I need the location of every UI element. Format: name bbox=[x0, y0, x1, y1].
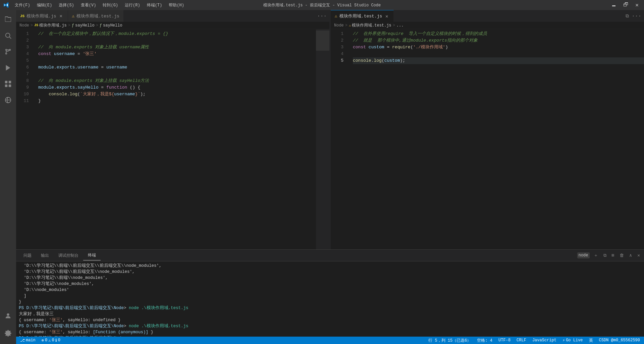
go-live-label: Go Live bbox=[566, 338, 583, 343]
right-code-line-4 bbox=[353, 51, 644, 57]
terminal-line-9: 大家好，我是张三 bbox=[19, 311, 641, 317]
terminal-line-3: 'D:\\学习笔记\\前端\\node_modules', bbox=[19, 275, 641, 281]
menu-file[interactable]: 文件(F) bbox=[12, 2, 33, 9]
terminal-chevron-up[interactable]: ∧ bbox=[628, 252, 633, 259]
terminal-tab-debug[interactable]: 调试控制台 bbox=[54, 251, 83, 260]
terminal-content[interactable]: 'D:\\学习笔记\\前端\\前后端交互\\前后端交互\\node_module… bbox=[16, 261, 644, 337]
split-editor-icon[interactable]: ⧉ bbox=[626, 13, 629, 19]
terminal-line-7: } bbox=[19, 299, 641, 305]
terminal-line-10: { username: '张三', sayHello: undefined } bbox=[19, 317, 641, 323]
code-line-11: } bbox=[38, 98, 329, 104]
terminal-split-icon[interactable]: ⧉ bbox=[602, 252, 608, 259]
source-control-icon[interactable] bbox=[0, 44, 16, 60]
breadcrumb-file-right: ⚠ 模块作用域.test.js bbox=[349, 22, 391, 28]
window-title: 模块作用域.test.js - 前后端交互 - Visual Studio Co… bbox=[263, 2, 381, 8]
terminal-line-5: 'D:\\node_modules' bbox=[19, 287, 641, 293]
left-editor-panel: JS 模块作用域.js ✕ ⚠ 模块作用域.test.js ··· Node > bbox=[16, 10, 329, 249]
right-line-numbers: 1 2 3 4 5 bbox=[331, 29, 347, 64]
menu-terminal[interactable]: 终端(T) bbox=[144, 2, 165, 9]
social-status[interactable]: CSDN @m0_65562590 bbox=[598, 338, 641, 343]
menu-goto[interactable]: 转到(G) bbox=[100, 2, 121, 9]
warn-icon-small: ⚠ bbox=[349, 23, 351, 28]
code-line-7 bbox=[38, 71, 329, 78]
terminal-tab-terminal[interactable]: 终端 bbox=[83, 250, 101, 260]
app-body: JS 模块作用域.js ✕ ⚠ 模块作用域.test.js ··· Node > bbox=[0, 10, 644, 344]
breadcrumb-ellipsis: ... bbox=[396, 23, 404, 28]
js-file-icon: JS bbox=[20, 14, 24, 18]
explorer-icon[interactable] bbox=[0, 11, 16, 28]
go-live-icon: ⚡ bbox=[562, 338, 565, 343]
line-ending-status[interactable]: CRLF bbox=[515, 338, 528, 343]
terminal-line-8: PS D:\学习笔记\前端\前后端交互\前后端交互\Node> node .\模… bbox=[19, 305, 641, 311]
extensions-icon[interactable] bbox=[0, 76, 16, 92]
status-bar: ⎇ main ⊗ 0 ⚠ 0 ℹ 0 行 5，列 15（已选6） 空格: 4 bbox=[16, 337, 644, 344]
cursor-position-status[interactable]: 行 5，列 15（已选6） bbox=[427, 338, 472, 343]
editor-area: JS 模块作用域.js ✕ ⚠ 模块作用域.test.js ··· Node > bbox=[16, 10, 644, 344]
terminal-tab-problems[interactable]: 问题 bbox=[19, 251, 36, 260]
tab-split-actions-right[interactable]: ⧉ ··· bbox=[623, 10, 644, 22]
tab-module-js[interactable]: JS 模块作用域.js ✕ bbox=[16, 10, 68, 22]
maximize-button[interactable]: 🗗 bbox=[621, 1, 631, 9]
ime-status[interactable]: 英 bbox=[588, 338, 594, 343]
svg-rect-9 bbox=[9, 85, 11, 87]
terminal-tab-output[interactable]: 输出 bbox=[36, 251, 54, 260]
svg-marker-5 bbox=[6, 65, 10, 71]
run-debug-icon[interactable] bbox=[0, 60, 16, 76]
window-controls: 🗕 🗗 ✕ bbox=[609, 1, 641, 9]
left-minimap bbox=[316, 29, 329, 249]
menu-edit[interactable]: 编辑(E) bbox=[34, 2, 55, 9]
indentation-status[interactable]: 空格: 4 bbox=[476, 338, 494, 343]
menu-view[interactable]: 查看(V) bbox=[78, 2, 99, 9]
warn-file-icon-right: ⚠ bbox=[335, 13, 337, 19]
terminal-line-6: ] bbox=[19, 293, 641, 299]
error-icon: ⊗ bbox=[42, 338, 44, 343]
right-code-line-5: console.log(custom); bbox=[353, 57, 644, 64]
settings-icon[interactable] bbox=[0, 325, 16, 341]
code-line-10: console.log(`大家好，我是${username}`); bbox=[38, 91, 329, 98]
warning-count: 0 bbox=[52, 338, 54, 343]
more-actions-icon[interactable]: ··· bbox=[632, 13, 641, 19]
menu-select[interactable]: 选择(S) bbox=[56, 2, 77, 9]
encoding-label: UTF-8 bbox=[498, 338, 511, 343]
go-live-status[interactable]: ⚡ Go Live bbox=[561, 338, 584, 343]
breadcrumb-file: JS 模块作用域.js bbox=[34, 22, 67, 28]
terminal-close-icon[interactable]: ✕ bbox=[636, 252, 641, 259]
search-icon[interactable] bbox=[0, 28, 16, 44]
status-bar-left: ⎇ main ⊗ 0 ⚠ 0 ℹ 0 bbox=[19, 338, 62, 343]
minimize-button[interactable]: 🗕 bbox=[609, 1, 619, 9]
git-branch-icon: ⎇ bbox=[20, 338, 25, 343]
terminal-line-4: 'D:\\学习笔记\\node_modules', bbox=[19, 281, 641, 287]
breadcrumb-sayhello2: ƒ sayHello bbox=[100, 23, 122, 28]
terminal-add-icon[interactable]: ＋ bbox=[592, 252, 599, 259]
left-code-content[interactable]: // 在一个自定义模块中，默认情况下，module.exports = {} /… bbox=[33, 29, 329, 249]
tab-module-test-right-close[interactable]: ✕ bbox=[384, 13, 389, 19]
activity-bar-bottom bbox=[0, 308, 16, 344]
menu-help[interactable]: 帮助(H) bbox=[166, 2, 187, 9]
language-status[interactable]: JavaScript bbox=[531, 338, 558, 343]
terminal-line-2: 'D:\\学习笔记\\前端\\前后端交互\\node_modules', bbox=[19, 269, 641, 275]
tab-module-js-close[interactable]: ✕ bbox=[58, 13, 64, 19]
tab-overflow-left[interactable]: ··· bbox=[314, 10, 329, 22]
right-code-line-1: // 在外界使用require 导入一个自定义模块的时候，得到的成员 bbox=[353, 31, 644, 37]
errors-status[interactable]: ⊗ 0 ⚠ 0 ℹ 0 bbox=[40, 338, 62, 343]
svg-point-2 bbox=[6, 49, 7, 51]
title-bar: 文件(F) 编辑(E) 选择(S) 查看(V) 转到(G) 运行(R) 终端(T… bbox=[0, 0, 644, 10]
terminal-delete-icon[interactable]: 🗑 bbox=[618, 252, 625, 259]
edge-icon[interactable] bbox=[0, 92, 16, 108]
account-icon[interactable] bbox=[0, 308, 16, 324]
terminal-area: 问题 输出 调试控制台 终端 node ＋ ⧉ ⊞ 🗑 ∧ ✕ 'D:\\学习笔… bbox=[16, 249, 644, 337]
code-line-3: // 向 module.exports 对象上挂载 username属性 bbox=[38, 44, 329, 51]
activity-bar bbox=[0, 10, 16, 344]
git-branch-status[interactable]: ⎇ main bbox=[19, 338, 37, 343]
tab-module-test-right[interactable]: ⚠ 模块作用域.test.js ✕ bbox=[331, 10, 394, 22]
terminal-grid-icon[interactable]: ⊞ bbox=[610, 252, 616, 259]
ime-label: 英 bbox=[589, 338, 593, 343]
close-button[interactable]: ✕ bbox=[633, 1, 641, 9]
menu-run[interactable]: 运行(R) bbox=[122, 2, 143, 9]
code-line-1: // 在一个自定义模块中，默认情况下，module.exports = {} bbox=[38, 31, 329, 37]
tab-module-test-left[interactable]: ⚠ 模块作用域.test.js bbox=[68, 10, 124, 22]
right-code-content[interactable]: // 在外界使用require 导入一个自定义模块的时候，得到的成员 // 就是… bbox=[347, 29, 644, 249]
encoding-status[interactable]: UTF-8 bbox=[497, 338, 512, 343]
code-line-5 bbox=[38, 57, 329, 64]
right-breadcrumb: Node > ⚠ 模块作用域.test.js > ... bbox=[331, 22, 644, 29]
